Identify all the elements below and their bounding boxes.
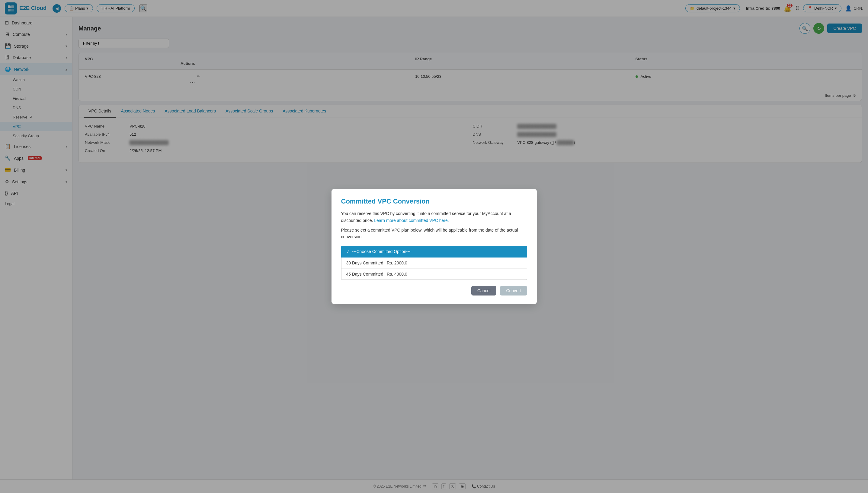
dropdown-selected-label: ---Choose Committed Option--- bbox=[352, 249, 410, 254]
dropdown-option-30days[interactable]: 30 Days Committed , Rs. 2000.0 bbox=[341, 258, 527, 269]
convert-button[interactable]: Convert bbox=[500, 286, 527, 296]
dropdown-option-label: 45 Days Committed , Rs. 4000.0 bbox=[346, 272, 407, 277]
cancel-button[interactable]: Cancel bbox=[471, 286, 497, 296]
committed-option-dropdown[interactable]: ✓ ---Choose Committed Option--- 30 Days … bbox=[341, 246, 527, 280]
modal-overlay: Committed VPC Conversion You can reserve… bbox=[0, 0, 868, 493]
dropdown-selected-option[interactable]: ✓ ---Choose Committed Option--- bbox=[341, 246, 527, 258]
modal-title: Committed VPC Conversion bbox=[341, 197, 527, 205]
dropdown-option-45days[interactable]: 45 Days Committed , Rs. 4000.0 bbox=[341, 269, 527, 280]
modal-description-2: Please select a committed VPC plan below… bbox=[341, 227, 527, 240]
modal-description-1: You can reserve this VPC by converting i… bbox=[341, 210, 527, 224]
learn-more-link[interactable]: Learn more about committed VPC here. bbox=[374, 218, 449, 223]
dropdown-option-label: 30 Days Committed , Rs. 2000.0 bbox=[346, 260, 407, 265]
modal-actions: Cancel Convert bbox=[341, 286, 527, 296]
committed-vpc-conversion-modal: Committed VPC Conversion You can reserve… bbox=[331, 189, 537, 304]
dropdown-options-list: 30 Days Committed , Rs. 2000.0 45 Days C… bbox=[341, 258, 527, 280]
checkmark-icon: ✓ bbox=[346, 249, 350, 255]
